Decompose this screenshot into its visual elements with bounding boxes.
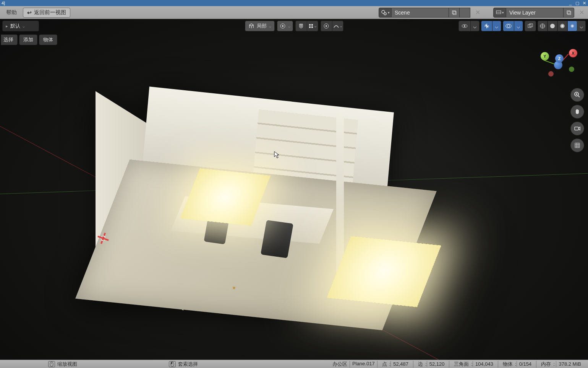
magnet-icon — [298, 23, 304, 29]
mode-tabs: 选择 添加 物体 — [0, 33, 58, 47]
status-memory: 内存: 378.2 MiB — [536, 361, 586, 368]
rendered-icon — [569, 23, 575, 29]
chevron-down-icon: ⌵ — [269, 24, 271, 28]
status-objects: 物体:0/154 — [498, 361, 536, 368]
orientation-icon — [248, 23, 254, 29]
svg-point-1 — [384, 13, 386, 15]
hand-icon — [574, 108, 581, 115]
delete-scene-button[interactable]: ✕ — [473, 8, 482, 18]
wireframe-icon — [539, 23, 546, 29]
transform-orientation-dropdown[interactable]: 局部 ⌵ — [245, 21, 275, 31]
proportional-falloff-dropdown[interactable]: ⌵ — [332, 21, 343, 31]
gizmo-icon — [484, 23, 490, 29]
chevron-down-icon: ▾ — [502, 11, 504, 15]
dropdown-icon: ▸ — [6, 24, 8, 29]
svg-rect-2 — [452, 11, 455, 14]
back-previous-view-button[interactable]: ↩ 返回前一视图 — [23, 8, 70, 18]
chevron-down-icon: ⌵ — [495, 23, 499, 30]
delete-viewlayer-button[interactable]: ✕ — [577, 8, 586, 18]
back-arrow-icon: ↩ — [27, 10, 32, 16]
scene-name-field[interactable]: Scene — [392, 8, 449, 18]
shading-rendered-button[interactable] — [567, 21, 577, 31]
orientation-label: 局部 — [257, 23, 267, 29]
zoom-button[interactable] — [570, 88, 584, 102]
status-hint-zoom: 缩放视图 — [48, 361, 77, 368]
svg-rect-36 — [171, 362, 172, 364]
material-icon — [559, 23, 565, 29]
copy-icon — [452, 10, 457, 15]
scene-browse-button[interactable]: ▾ — [379, 8, 392, 18]
shading-mode-buttons — [538, 21, 577, 31]
grid-icon — [308, 23, 314, 29]
gizmo-z-axis[interactable]: Z — [555, 54, 564, 63]
gizmo-neg-x[interactable] — [548, 71, 554, 77]
camera-icon — [574, 125, 581, 132]
chevron-down-icon: ⌵ — [473, 23, 477, 30]
view-visibility-dropdown[interactable]: ⌵ — [458, 21, 479, 31]
shading-wireframe-button[interactable] — [538, 21, 548, 31]
viewlayer-name-field[interactable]: View Layer — [506, 8, 564, 18]
shading-options-dropdown[interactable]: ⌵ — [577, 21, 586, 31]
svg-rect-33 — [50, 362, 53, 366]
rendered-scene — [50, 77, 470, 314]
gizmo-neg-y[interactable] — [569, 67, 574, 72]
3d-viewport[interactable] — [0, 19, 588, 360]
gizmo-toggle[interactable]: ⌵ — [481, 21, 501, 31]
select-menu[interactable]: 选择 — [1, 34, 18, 45]
gizmo-x-axis[interactable]: X — [569, 49, 577, 57]
snap-toggle-button[interactable] — [295, 21, 307, 31]
chevron-down-icon: ⌵ — [340, 24, 342, 28]
snap-group: ⌵ — [295, 21, 318, 31]
mouse-scroll-icon — [48, 361, 55, 367]
window-minimize-button[interactable]: _ — [567, 0, 573, 6]
interaction-mode-dropdown[interactable]: ▸ 默认 ⌵ — [2, 21, 39, 31]
xray-toggle[interactable] — [525, 21, 536, 31]
world-axis-x-line — [0, 65, 560, 360]
perspective-toggle-button[interactable] — [570, 138, 584, 152]
snap-settings-dropdown[interactable]: ⌵ — [307, 21, 318, 31]
svg-rect-12 — [309, 26, 311, 28]
viewport-center-dot — [233, 287, 235, 289]
interaction-mode-label: 默认 — [10, 23, 20, 29]
chevron-down-icon: ⌵ — [288, 24, 290, 28]
falloff-icon — [333, 23, 339, 29]
overlay-toggle[interactable]: ⌵ — [503, 21, 523, 31]
status-edges: 边:52,120 — [413, 361, 449, 368]
svg-rect-10 — [309, 24, 311, 26]
window-maximize-button[interactable]: ▢ — [574, 0, 580, 6]
navigation-gizmo[interactable]: X Y Z — [539, 46, 577, 84]
pivot-point-dropdown[interactable]: ⌵ — [277, 21, 293, 31]
eye-icon — [461, 23, 468, 29]
pan-button[interactable] — [570, 105, 584, 119]
top-menubar: 帮助 ↩ 返回前一视图 ▾ Scene ✕ ▾ View Layer ✕ — [0, 6, 588, 19]
overlay-icon — [505, 23, 512, 29]
window-close-button[interactable]: ✕ — [581, 0, 587, 6]
solid-icon — [549, 23, 556, 29]
camera-view-button[interactable] — [570, 122, 584, 135]
grid-icon — [574, 142, 581, 149]
viewport-overlay-controls: ⌵ ⌵ ⌵ ⌵ — [458, 19, 586, 31]
status-collection: 办公区 — [330, 361, 350, 368]
new-viewlayer-button[interactable] — [564, 8, 574, 18]
proportional-edit-toggle[interactable] — [321, 21, 332, 31]
mouse-cursor-icon — [274, 151, 280, 159]
proportional-icon — [323, 23, 329, 29]
status-lasso-label: 套索选择 — [178, 361, 198, 368]
status-zoom-label: 缩放视图 — [57, 361, 77, 368]
shading-material-button[interactable] — [557, 21, 567, 31]
zoom-icon — [574, 91, 581, 98]
pin-scene-button[interactable] — [460, 8, 470, 18]
new-scene-button[interactable] — [449, 8, 460, 18]
svg-rect-6 — [567, 11, 570, 14]
svg-rect-7 — [568, 11, 571, 15]
help-menu[interactable]: 帮助 — [2, 8, 21, 18]
viewlayer-browse-button[interactable]: ▾ — [493, 8, 506, 18]
object-menu[interactable]: 物体 — [39, 34, 57, 45]
pivot-icon — [280, 23, 286, 29]
chevron-down-icon: ▾ — [388, 11, 390, 15]
svg-point-15 — [326, 25, 327, 27]
copy-icon — [566, 10, 572, 15]
shading-solid-button[interactable] — [548, 21, 557, 31]
gizmo-y-axis[interactable]: Y — [541, 52, 549, 60]
add-menu[interactable]: 添加 — [19, 34, 37, 45]
